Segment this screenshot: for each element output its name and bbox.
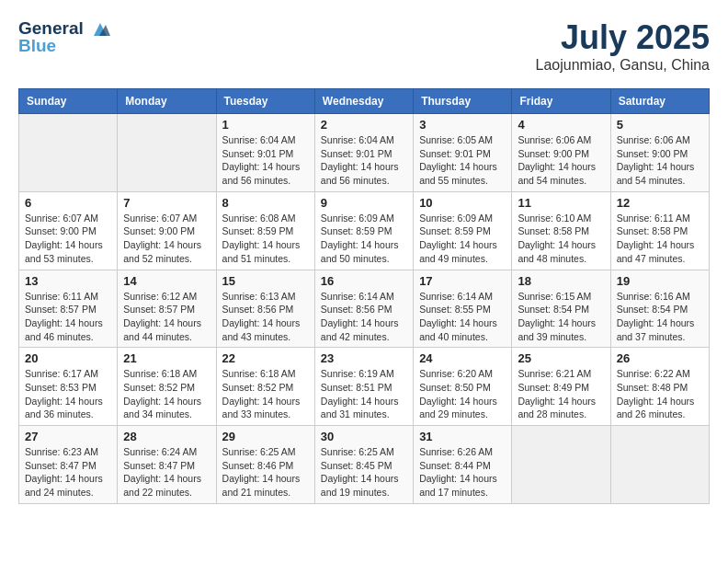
day-number: 3 bbox=[419, 118, 506, 132]
day-cell: 4Sunrise: 6:06 AMSunset: 9:00 PMDaylight… bbox=[512, 114, 610, 192]
day-info: Sunrise: 6:11 AMSunset: 8:57 PMDaylight:… bbox=[25, 290, 111, 344]
day-cell: 10Sunrise: 6:09 AMSunset: 8:59 PMDayligh… bbox=[414, 191, 512, 270]
day-cell: 28Sunrise: 6:24 AMSunset: 8:47 PMDayligh… bbox=[118, 426, 216, 504]
day-info: Sunrise: 6:12 AMSunset: 8:57 PMDaylight:… bbox=[123, 290, 210, 344]
day-number: 29 bbox=[222, 430, 309, 443]
day-number: 14 bbox=[123, 274, 210, 288]
header-saturday: Saturday bbox=[610, 89, 709, 114]
day-number: 9 bbox=[321, 196, 407, 210]
day-number: 6 bbox=[25, 196, 111, 210]
day-number: 2 bbox=[321, 118, 407, 132]
day-number: 22 bbox=[222, 351, 309, 365]
header-tuesday: Tuesday bbox=[216, 89, 314, 114]
day-cell: 6Sunrise: 6:07 AMSunset: 9:00 PMDaylight… bbox=[19, 191, 118, 270]
week-row-3: 13Sunrise: 6:11 AMSunset: 8:57 PMDayligh… bbox=[19, 270, 710, 348]
day-info: Sunrise: 6:20 AMSunset: 8:50 PMDaylight:… bbox=[419, 367, 506, 421]
week-row-1: 1Sunrise: 6:04 AMSunset: 9:01 PMDaylight… bbox=[19, 114, 710, 192]
day-cell: 14Sunrise: 6:12 AMSunset: 8:57 PMDayligh… bbox=[118, 270, 216, 348]
day-cell: 19Sunrise: 6:16 AMSunset: 8:54 PMDayligh… bbox=[610, 270, 709, 348]
day-cell: 25Sunrise: 6:21 AMSunset: 8:49 PMDayligh… bbox=[512, 348, 610, 426]
logo: General Blue bbox=[18, 18, 110, 56]
day-cell: 21Sunrise: 6:18 AMSunset: 8:52 PMDayligh… bbox=[118, 348, 216, 426]
day-number: 15 bbox=[222, 274, 309, 288]
day-cell: 13Sunrise: 6:11 AMSunset: 8:57 PMDayligh… bbox=[19, 270, 118, 348]
day-cell bbox=[19, 114, 118, 192]
day-number: 16 bbox=[321, 274, 407, 288]
day-cell: 15Sunrise: 6:13 AMSunset: 8:56 PMDayligh… bbox=[216, 270, 314, 348]
calendar-subtitle: Laojunmiao, Gansu, China bbox=[536, 57, 710, 74]
day-number: 18 bbox=[518, 274, 604, 288]
day-info: Sunrise: 6:25 AMSunset: 8:45 PMDaylight:… bbox=[321, 445, 407, 500]
day-info: Sunrise: 6:14 AMSunset: 8:56 PMDaylight:… bbox=[321, 290, 407, 344]
day-info: Sunrise: 6:22 AMSunset: 8:48 PMDaylight:… bbox=[617, 367, 703, 421]
day-cell bbox=[512, 426, 610, 504]
day-info: Sunrise: 6:18 AMSunset: 8:52 PMDaylight:… bbox=[222, 367, 309, 421]
day-info: Sunrise: 6:19 AMSunset: 8:51 PMDaylight:… bbox=[321, 367, 407, 421]
day-cell: 20Sunrise: 6:17 AMSunset: 8:53 PMDayligh… bbox=[19, 348, 118, 426]
day-number: 24 bbox=[419, 351, 506, 365]
day-number: 28 bbox=[123, 430, 210, 443]
day-info: Sunrise: 6:04 AMSunset: 9:01 PMDaylight:… bbox=[321, 133, 407, 188]
day-cell: 2Sunrise: 6:04 AMSunset: 9:01 PMDaylight… bbox=[314, 114, 413, 192]
day-info: Sunrise: 6:07 AMSunset: 9:00 PMDaylight:… bbox=[25, 212, 111, 266]
day-info: Sunrise: 6:17 AMSunset: 8:53 PMDaylight:… bbox=[25, 367, 111, 421]
day-number: 11 bbox=[518, 196, 604, 210]
header-row: SundayMondayTuesdayWednesdayThursdayFrid… bbox=[19, 89, 710, 114]
day-cell bbox=[610, 426, 709, 504]
day-number: 17 bbox=[419, 274, 506, 288]
day-number: 27 bbox=[25, 430, 111, 443]
day-number: 21 bbox=[123, 351, 210, 365]
day-info: Sunrise: 6:18 AMSunset: 8:52 PMDaylight:… bbox=[123, 367, 210, 421]
calendar-table: SundayMondayTuesdayWednesdayThursdayFrid… bbox=[18, 88, 710, 504]
day-cell: 17Sunrise: 6:14 AMSunset: 8:55 PMDayligh… bbox=[414, 270, 512, 348]
day-number: 19 bbox=[617, 274, 703, 288]
day-info: Sunrise: 6:04 AMSunset: 9:01 PMDaylight:… bbox=[222, 133, 309, 188]
day-info: Sunrise: 6:25 AMSunset: 8:46 PMDaylight:… bbox=[222, 445, 309, 500]
day-number: 26 bbox=[617, 351, 703, 365]
day-cell: 11Sunrise: 6:10 AMSunset: 8:58 PMDayligh… bbox=[512, 191, 610, 270]
header-thursday: Thursday bbox=[414, 89, 512, 114]
day-info: Sunrise: 6:16 AMSunset: 8:54 PMDaylight:… bbox=[617, 290, 703, 344]
day-info: Sunrise: 6:21 AMSunset: 8:49 PMDaylight:… bbox=[518, 367, 604, 421]
day-cell: 26Sunrise: 6:22 AMSunset: 8:48 PMDayligh… bbox=[610, 348, 709, 426]
day-info: Sunrise: 6:15 AMSunset: 8:54 PMDaylight:… bbox=[518, 290, 604, 344]
day-info: Sunrise: 6:23 AMSunset: 8:47 PMDaylight:… bbox=[25, 445, 111, 500]
day-info: Sunrise: 6:13 AMSunset: 8:56 PMDaylight:… bbox=[222, 290, 309, 344]
header-wednesday: Wednesday bbox=[314, 89, 413, 114]
day-cell: 30Sunrise: 6:25 AMSunset: 8:45 PMDayligh… bbox=[314, 426, 413, 504]
day-cell: 8Sunrise: 6:08 AMSunset: 8:59 PMDaylight… bbox=[216, 191, 314, 270]
week-row-4: 20Sunrise: 6:17 AMSunset: 8:53 PMDayligh… bbox=[19, 348, 710, 426]
day-cell: 5Sunrise: 6:06 AMSunset: 9:00 PMDaylight… bbox=[610, 114, 709, 192]
day-info: Sunrise: 6:26 AMSunset: 8:44 PMDaylight:… bbox=[419, 445, 506, 500]
page-header: General Blue July 2025 Laojunmiao, Gansu… bbox=[18, 18, 710, 74]
day-cell bbox=[118, 114, 216, 192]
header-monday: Monday bbox=[118, 89, 216, 114]
day-info: Sunrise: 6:14 AMSunset: 8:55 PMDaylight:… bbox=[419, 290, 506, 344]
day-info: Sunrise: 6:09 AMSunset: 8:59 PMDaylight:… bbox=[419, 212, 506, 266]
day-info: Sunrise: 6:07 AMSunset: 9:00 PMDaylight:… bbox=[123, 212, 210, 266]
day-cell: 7Sunrise: 6:07 AMSunset: 9:00 PMDaylight… bbox=[118, 191, 216, 270]
day-info: Sunrise: 6:24 AMSunset: 8:47 PMDaylight:… bbox=[123, 445, 210, 500]
day-number: 20 bbox=[25, 351, 111, 365]
day-info: Sunrise: 6:08 AMSunset: 8:59 PMDaylight:… bbox=[222, 212, 309, 266]
week-row-5: 27Sunrise: 6:23 AMSunset: 8:47 PMDayligh… bbox=[19, 426, 710, 504]
day-number: 13 bbox=[25, 274, 111, 288]
day-cell: 23Sunrise: 6:19 AMSunset: 8:51 PMDayligh… bbox=[314, 348, 413, 426]
header-sunday: Sunday bbox=[19, 89, 118, 114]
day-cell: 16Sunrise: 6:14 AMSunset: 8:56 PMDayligh… bbox=[314, 270, 413, 348]
day-cell: 27Sunrise: 6:23 AMSunset: 8:47 PMDayligh… bbox=[19, 426, 118, 504]
day-cell: 24Sunrise: 6:20 AMSunset: 8:50 PMDayligh… bbox=[414, 348, 512, 426]
day-number: 12 bbox=[617, 196, 703, 210]
day-info: Sunrise: 6:10 AMSunset: 8:58 PMDaylight:… bbox=[518, 212, 604, 266]
logo-text: General Blue bbox=[18, 18, 110, 56]
logo-icon bbox=[90, 19, 110, 40]
day-info: Sunrise: 6:06 AMSunset: 9:00 PMDaylight:… bbox=[518, 133, 604, 188]
day-number: 31 bbox=[419, 430, 506, 443]
day-cell: 31Sunrise: 6:26 AMSunset: 8:44 PMDayligh… bbox=[414, 426, 512, 504]
week-row-2: 6Sunrise: 6:07 AMSunset: 9:00 PMDaylight… bbox=[19, 191, 710, 270]
header-friday: Friday bbox=[512, 89, 610, 114]
day-number: 23 bbox=[321, 351, 407, 365]
title-block: July 2025 Laojunmiao, Gansu, China bbox=[536, 18, 710, 74]
day-number: 5 bbox=[617, 118, 703, 132]
day-cell: 1Sunrise: 6:04 AMSunset: 9:01 PMDaylight… bbox=[216, 114, 314, 192]
